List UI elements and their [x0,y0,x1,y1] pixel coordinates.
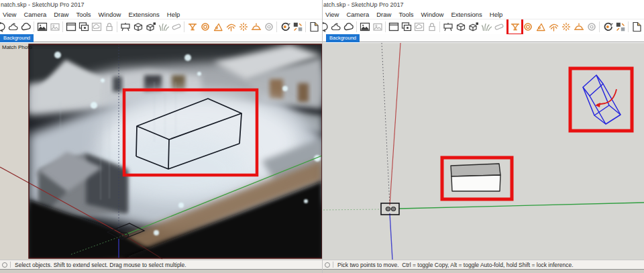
menu-bar: ViewCameraDrawToolsWindowExtensionsHelp [0,9,322,19]
menu-tools[interactable]: Tools [398,11,413,18]
window-bottom-edge [323,269,644,273]
funnel-icon[interactable] [186,19,199,34]
window-icon[interactable] [64,19,77,34]
eraser-icon[interactable] [170,19,182,34]
ring-icon[interactable] [199,19,211,34]
scene-tab-strip: Background [0,34,322,42]
signboard-icon[interactable] [119,19,131,34]
status-bar: Pick two points to move. Ctrl = toggle C… [323,260,644,269]
paste-icon[interactable] [614,19,627,34]
signboard-icon[interactable] [441,19,454,34]
window-icon[interactable] [387,19,400,34]
paste-icon[interactable] [291,19,304,34]
stamp-icon[interactable] [224,19,237,34]
page-icon[interactable] [307,19,320,34]
cloud-icon[interactable] [19,19,32,34]
orbit-icon[interactable] [0,19,7,34]
swap-icon[interactable] [278,19,291,34]
burst-icon[interactable] [559,19,572,34]
menu-extensions[interactable]: Extensions [451,11,482,18]
status-bar: Select objects. Shift to extend select. … [0,260,322,269]
lock-icon[interactable] [103,19,115,34]
model-canvas [323,43,644,260]
box-marker-icon[interactable] [144,19,157,34]
match-photo-label: Match Photo [2,44,32,50]
menu-camera[interactable]: Camera [23,11,46,18]
windows-overlay-icon[interactable] [400,19,413,34]
menu-draw[interactable]: Draw [376,11,391,18]
menu-window[interactable]: Window [99,11,121,18]
disc-icon[interactable] [585,19,598,34]
swap-icon[interactable] [601,19,614,34]
menu-help[interactable]: Help [490,11,503,18]
match-photo-icon[interactable] [358,19,371,34]
image-icon[interactable] [48,19,61,34]
geo-status-icon[interactable] [325,262,330,268]
status-divider [10,262,11,268]
sketchup-window-right: atch.skp - SketchUp Pro 2017 ViewCameraD… [322,0,644,273]
menu-window[interactable]: Window [421,11,444,18]
orbit-icon[interactable] [323,19,329,34]
window-bottom-edge [0,269,322,273]
disc-icon[interactable] [262,19,275,34]
menu-extensions[interactable]: Extensions [128,11,159,18]
menu-view[interactable]: View [3,11,16,18]
triangle-icon[interactable] [534,19,547,34]
window-title: natch.skp - SketchUp Pro 2017 [0,0,322,9]
menu-camera[interactable]: Camera [346,11,369,18]
box-icon[interactable] [131,19,144,34]
menu-tools[interactable]: Tools [76,11,91,18]
grass-icon[interactable] [157,19,170,34]
triangle-icon[interactable] [211,19,224,34]
cloud-window-icon[interactable] [90,19,103,34]
dome-icon[interactable] [250,19,262,34]
match-photo-icon[interactable] [36,19,48,34]
status-hint-text: Select objects. Shift to extend select. … [15,262,186,268]
match-photo-canvas [0,43,322,260]
geo-status-icon[interactable] [2,262,7,268]
grass-icon[interactable] [480,19,492,34]
desktop: natch.skp - SketchUp Pro 2017 ViewCamera… [0,0,644,273]
toolbar [323,19,644,34]
cloud-window-icon[interactable] [413,19,425,34]
walk-icon[interactable] [329,19,342,34]
ring-icon[interactable] [521,19,534,34]
walk-icon[interactable] [7,19,19,34]
sketchup-window-left: natch.skp - SketchUp Pro 2017 ViewCamera… [0,0,322,273]
toolbar [0,19,322,34]
status-divider [333,262,333,268]
menu-draw[interactable]: Draw [54,11,68,18]
scene-tab-background[interactable]: Background [0,34,34,42]
image-icon[interactable] [371,19,384,34]
match-photo-drawing-area[interactable]: Match Photo [0,43,322,260]
funnel-icon[interactable] [508,19,521,34]
page-icon[interactable] [630,19,643,34]
scene-tab-strip: Background [323,34,644,42]
window-title: atch.skp - SketchUp Pro 2017 [323,0,644,9]
cloud-icon[interactable] [342,19,355,34]
box-marker-icon[interactable] [467,19,480,34]
box-icon[interactable] [454,19,467,34]
lock-icon[interactable] [425,19,438,34]
menu-help[interactable]: Help [167,11,180,18]
dome-icon[interactable] [572,19,585,34]
eraser-icon[interactable] [492,19,505,34]
status-hint-text: Pick two points to move. Ctrl = toggle C… [337,262,574,268]
windows-overlay-icon[interactable] [77,19,90,34]
menu-view[interactable]: View [325,11,339,18]
menu-bar: ViewCameraDrawToolsWindowExtensionsHelp [323,9,644,19]
small-box-model [451,164,500,191]
stamp-icon[interactable] [547,19,559,34]
burst-icon[interactable] [237,19,250,34]
model-photo [29,44,322,260]
model-drawing-area[interactable] [323,43,644,260]
scene-tab-background[interactable]: Background [326,34,360,42]
